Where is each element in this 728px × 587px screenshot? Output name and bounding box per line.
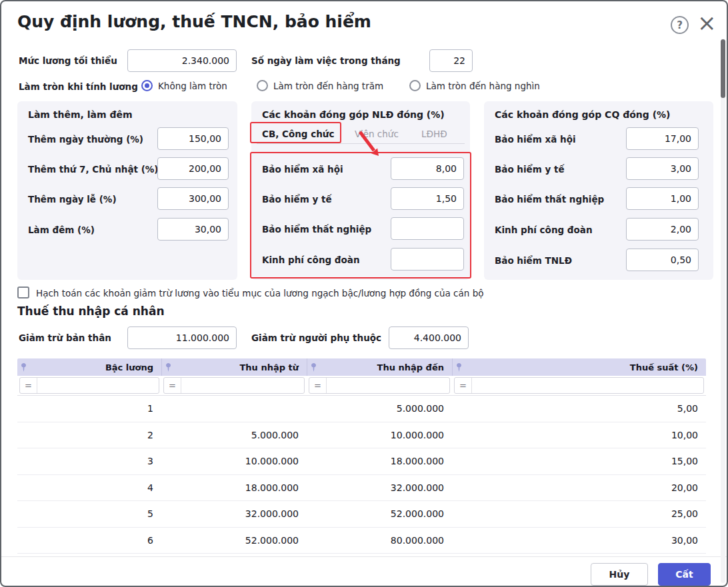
filter-input[interactable]: [37, 378, 159, 393]
scrollbar-track[interactable]: [721, 39, 725, 583]
column-header-thue-suat[interactable]: Thuế suất (%): [452, 358, 706, 376]
pin-icon[interactable]: [456, 363, 462, 372]
cell-thue-suat: 20,00: [452, 475, 706, 501]
column-header-label: Bậc lương: [105, 362, 153, 372]
table-row[interactable]: 3 10.000.000 18.000.000 15,00: [17, 448, 706, 475]
cell-thue-suat: 10,00: [452, 422, 706, 448]
table-row[interactable]: 6 52.000.000 80.000.000 30,00: [17, 528, 706, 554]
min-salary-label: Mức lương tối thiểu: [19, 55, 117, 66]
pin-icon[interactable]: [165, 363, 171, 372]
agy-tnld-input[interactable]: [626, 249, 699, 271]
help-glyph: ?: [677, 19, 683, 31]
tab-cb-cong-chuc[interactable]: CB, Công chức: [262, 129, 334, 139]
overtime-panel: Làm thêm, làm đêm Thêm ngày thường (%) T…: [17, 101, 237, 280]
table-filter-row: = = = =: [17, 376, 706, 396]
cell-bac-luong: 1: [17, 396, 161, 422]
radio-selected-icon: [141, 80, 153, 91]
tax-section-title: Thuế thu nhập cá nhân: [17, 304, 165, 318]
cell-thue-suat: 15,00: [452, 448, 706, 474]
help-icon[interactable]: ?: [671, 16, 689, 34]
cell-thu-nhap-tu: 5.000.000: [161, 422, 307, 448]
overtime-holiday-input[interactable]: [157, 187, 229, 210]
scrollbar-thumb[interactable]: [721, 39, 725, 98]
filter-operator[interactable]: =: [164, 378, 181, 393]
agy-bhxh-input[interactable]: [626, 127, 699, 150]
dialog-title: Quy định lương, thuế TNCN, bảo hiểm: [17, 12, 371, 31]
filter-operator[interactable]: =: [20, 378, 37, 393]
column-header-label: Thuế suất (%): [630, 362, 698, 372]
cell-bac-luong: 3: [17, 448, 161, 474]
agency-contrib-panel: Các khoản đóng góp CQ đóng (%) Bảo hiểm …: [484, 101, 713, 280]
cell-thu-nhap-tu: [161, 396, 307, 422]
overtime-weekend-label: Thêm thứ 7, Chủ nhật (%): [28, 164, 159, 175]
agency-contrib-title: Các khoản đóng góp CQ đóng (%): [495, 109, 671, 120]
agy-bhyt-label: Bảo hiểm y tế: [495, 164, 565, 175]
radio-icon: [257, 80, 268, 91]
agy-bhxh-label: Bảo hiểm xã hội: [495, 134, 576, 145]
agy-bhtn-label: Bảo hiểm thất nghiệp: [495, 194, 604, 205]
column-header-bac-luong[interactable]: Bậc lương: [17, 358, 161, 376]
cell-thu-nhap-tu: 32.000.000: [161, 501, 307, 527]
rounding-option-hundred[interactable]: Làm tròn đến hàng trăm: [257, 80, 383, 91]
filter-operator[interactable]: =: [309, 378, 327, 393]
pin-icon[interactable]: [311, 363, 317, 372]
cell-thu-nhap-tu: 18.000.000: [161, 475, 307, 501]
cell-thu-nhap-tu: 52.000.000: [161, 528, 307, 554]
emp-bhxh-input[interactable]: [391, 157, 464, 180]
emp-kpcd-input[interactable]: [391, 248, 464, 271]
dependent-deduction-input[interactable]: [389, 326, 469, 349]
cell-thu-nhap-den: 80.000.000: [307, 528, 452, 554]
filter-operator[interactable]: =: [455, 378, 472, 393]
save-button[interactable]: Cất: [658, 563, 711, 586]
tab-vien-chuc[interactable]: Viên chức: [355, 129, 399, 139]
personal-deduction-input[interactable]: [127, 326, 237, 349]
accounting-checkbox-label: Hạch toán các khoản giảm trừ lương vào t…: [36, 288, 484, 298]
cell-thue-suat: 5,00: [452, 396, 706, 422]
salary-settings-dialog: Quy định lương, thuế TNCN, bảo hiểm ? × …: [0, 0, 728, 587]
cell-thue-suat: 30,00: [452, 528, 706, 554]
radio-label: Làm tròn đến hàng trăm: [273, 81, 383, 91]
accounting-checkbox[interactable]: [17, 287, 29, 298]
table-row[interactable]: 5 32.000.000 52.000.000 25,00: [17, 501, 706, 528]
cell-bac-luong: 2: [17, 422, 161, 448]
tab-underline: [257, 143, 465, 144]
column-header-thu-nhap-den[interactable]: Thu nhập đến: [307, 358, 452, 376]
filter-input[interactable]: [472, 378, 703, 393]
cell-thu-nhap-den: 32.000.000: [307, 475, 452, 501]
rounding-option-thousand[interactable]: Làm tròn đến hàng nghìn: [409, 80, 540, 91]
radio-icon: [409, 80, 421, 91]
emp-bhtn-input[interactable]: [391, 217, 464, 240]
cell-bac-luong: 6: [17, 528, 161, 554]
agy-tnld-label: Bảo hiểm TNLĐ: [495, 255, 572, 266]
overtime-weekday-input[interactable]: [157, 127, 229, 150]
table-row[interactable]: 1 5.000.000 5,00: [17, 396, 706, 422]
filter-input[interactable]: [181, 378, 304, 393]
agy-bhtn-input[interactable]: [626, 187, 699, 210]
overtime-panel-title: Làm thêm, làm đêm: [28, 109, 133, 120]
cell-bac-luong: 5: [17, 501, 161, 527]
min-salary-input[interactable]: [127, 49, 237, 72]
agy-kpcd-label: Kinh phí công đoàn: [495, 225, 593, 235]
emp-bhyt-label: Bảo hiểm y tế: [262, 194, 332, 205]
cancel-button[interactable]: Hủy: [591, 563, 648, 586]
working-days-input[interactable]: [429, 49, 473, 72]
cell-thu-nhap-den: 10.000.000: [307, 422, 452, 448]
dependent-deduction-label: Giảm trừ người phụ thuộc: [251, 332, 381, 343]
table-row[interactable]: 4 18.000.000 32.000.000 20,00: [17, 475, 706, 502]
table-row[interactable]: 2 5.000.000 10.000.000 10,00: [17, 422, 706, 449]
personal-deduction-label: Giảm trừ bản thân: [19, 332, 111, 343]
overtime-night-input[interactable]: [157, 218, 229, 241]
radio-label: Làm tròn đến hàng nghìn: [426, 81, 540, 91]
agy-kpcd-input[interactable]: [626, 218, 699, 241]
column-header-label: Thu nhập từ: [240, 362, 299, 372]
filter-input[interactable]: [327, 378, 449, 393]
rounding-option-none[interactable]: Không làm tròn: [141, 80, 227, 91]
agy-bhyt-input[interactable]: [626, 157, 699, 180]
cell-thu-nhap-tu: 10.000.000: [161, 448, 307, 474]
tab-ldhd[interactable]: LĐHĐ: [421, 129, 447, 139]
close-icon[interactable]: ×: [697, 9, 717, 37]
overtime-weekend-input[interactable]: [157, 157, 229, 180]
emp-bhyt-input[interactable]: [391, 187, 464, 210]
pin-icon[interactable]: [21, 363, 27, 372]
column-header-thu-nhap-tu[interactable]: Thu nhập từ: [161, 358, 307, 376]
